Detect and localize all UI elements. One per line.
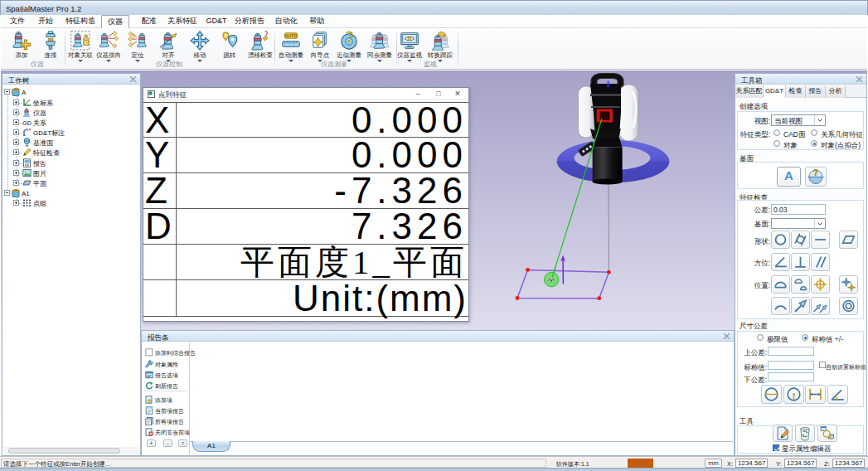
- menu-item-1[interactable]: 文件: [5, 15, 30, 27]
- close-icon[interactable]: [723, 333, 730, 340]
- perpendicularity-button[interactable]: [791, 253, 810, 271]
- radio-object-point-fit-label[interactable]: 对象(点拟合): [821, 141, 861, 151]
- report-bar-header[interactable]: 报告条: [142, 331, 734, 342]
- surface-profile-button[interactable]: [771, 275, 790, 294]
- tree-expander-plus[interactable]: [13, 160, 19, 166]
- close-button[interactable]: ✕: [449, 88, 467, 100]
- radio-limit-value-label[interactable]: 极限值: [767, 335, 788, 345]
- toolbox-header[interactable]: 工具箱: [735, 74, 866, 85]
- ribbon-button-sync-measure[interactable]: 同步测量: [364, 29, 395, 66]
- radio-relation-feature[interactable]: [811, 129, 817, 136]
- radio-relation-feature-label[interactable]: 关系几何特征: [821, 130, 863, 140]
- concentricity-button[interactable]: [839, 297, 858, 315]
- ribbon-button-drift-check[interactable]: 漂移检查: [245, 29, 276, 66]
- menu-item-7[interactable]: GD&T: [204, 15, 229, 27]
- edit-properties-button[interactable]: [773, 425, 793, 442]
- tree-expander-minus[interactable]: [4, 89, 10, 95]
- menu-item-4[interactable]: 仪器: [101, 15, 129, 28]
- delete-button[interactable]: [795, 425, 815, 442]
- report-mini-button-1[interactable]: +: [147, 439, 156, 447]
- chevron-down-icon[interactable]: [814, 219, 825, 228]
- dim-angle-button[interactable]: [827, 385, 848, 404]
- total-runout-button[interactable]: [811, 297, 830, 315]
- datum-select[interactable]: [771, 218, 826, 229]
- ribbon-button-object-link[interactable]: 对象关联: [65, 29, 96, 66]
- cylindricity-button[interactable]: [791, 231, 810, 249]
- radio-object-label[interactable]: 对象: [783, 141, 798, 151]
- position-button[interactable]: [811, 275, 830, 294]
- z-field[interactable]: 1234.567: [832, 459, 865, 468]
- dim-radius-button[interactable]: [783, 385, 804, 404]
- ribbon-button-jump[interactable]: 跳转: [214, 29, 245, 66]
- auto-nominal-label[interactable]: 自动设置标称值: [826, 363, 866, 371]
- tree-expander-plus[interactable]: [13, 149, 19, 155]
- report-tab-a1[interactable]: A1: [192, 441, 230, 452]
- tree-node-picture-8[interactable]: 图片: [2, 168, 140, 178]
- datum-a-button[interactable]: A: [777, 167, 801, 187]
- radio-object[interactable]: [773, 140, 780, 147]
- tree-expander-plus[interactable]: [13, 170, 19, 176]
- upper-tol-input[interactable]: [768, 347, 814, 356]
- menu-item-2[interactable]: 开始: [33, 15, 58, 27]
- close-icon[interactable]: [129, 75, 137, 83]
- tree-node-instrument-2[interactable]: 仪器: [2, 108, 140, 118]
- lower-tol-input[interactable]: [768, 372, 814, 381]
- radio-cad-face-label[interactable]: CAD面: [783, 130, 805, 140]
- menu-item-5[interactable]: 配准: [137, 15, 162, 27]
- circular-runout-button[interactable]: [791, 297, 810, 315]
- x-field[interactable]: 1234.567: [735, 459, 768, 468]
- symmetry-button[interactable]: [839, 275, 858, 294]
- dro-title-bar[interactable]: 点到特征 – □ ✕: [143, 88, 468, 100]
- toolbox-tab-4[interactable]: 报告: [806, 85, 826, 98]
- report-mini-button-3[interactable]: =: [178, 439, 187, 447]
- view-select[interactable]: 当前视图: [771, 114, 826, 126]
- tree-expander-plus[interactable]: [13, 180, 19, 186]
- tree-expander-minus[interactable]: [4, 190, 10, 196]
- y-field[interactable]: 1234.567: [784, 459, 817, 468]
- tree-node-axes-1[interactable]: 坐标系: [2, 98, 140, 108]
- toolbox-tab-5[interactable]: 分析: [826, 85, 846, 98]
- tree-expander-plus[interactable]: [13, 200, 19, 206]
- tree-node-relation-3[interactable]: GD关系: [2, 118, 140, 128]
- ribbon-button-instrument-orientation[interactable]: 仪器摆向: [93, 29, 124, 66]
- unit-button[interactable]: mm: [705, 459, 722, 468]
- maximize-button[interactable]: □: [429, 88, 448, 100]
- tree-expander-plus[interactable]: [13, 119, 19, 125]
- datum-unknown-button[interactable]: ?: [805, 167, 827, 187]
- radio-cad-face[interactable]: [773, 129, 780, 136]
- worktree-header[interactable]: 工作树: [2, 74, 140, 85]
- dim-distance-button[interactable]: [805, 385, 826, 404]
- show-property-editor-label[interactable]: 显示属性编辑器: [782, 444, 832, 454]
- straightness-button[interactable]: [811, 231, 830, 249]
- menu-item-3[interactable]: 特征构造: [61, 15, 99, 27]
- radio-nominal-value-label[interactable]: 标称值 +/-: [812, 335, 843, 345]
- ribbon-button-auto-measure[interactable]: AUTO 自动测量: [275, 29, 307, 66]
- close-icon[interactable]: [856, 75, 863, 83]
- menu-item-10[interactable]: 帮助: [304, 15, 329, 27]
- tree-node-datum-5[interactable]: 基准面: [2, 138, 140, 148]
- line-profile-button[interactable]: [791, 275, 810, 294]
- radio-limit-value[interactable]: [757, 334, 764, 341]
- tree-node-gdt-4[interactable]: GD&T标注: [2, 128, 140, 138]
- dro-window[interactable]: 点到特征 – □ ✕ X0.000Y0.000Z-7.326D7.326平面度1…: [143, 87, 469, 322]
- tree-node-project-10[interactable]: A1: [2, 188, 140, 198]
- toolbox-tab-3[interactable]: 检查: [786, 85, 806, 98]
- tree-node-plane-9[interactable]: 平面: [2, 178, 140, 188]
- menu-item-9[interactable]: 自动化: [270, 15, 302, 27]
- worktree-hscrollbar[interactable]: [3, 447, 139, 454]
- tree-expander-plus[interactable]: [13, 139, 19, 145]
- radio-object-point-fit[interactable]: [811, 140, 817, 147]
- chevron-down-icon[interactable]: [814, 115, 825, 125]
- tree-expander-plus[interactable]: [13, 129, 19, 135]
- report-mini-button-2[interactable]: -: [163, 439, 172, 447]
- angularity-button[interactable]: [771, 253, 790, 271]
- tree-node-project-0[interactable]: A: [2, 87, 140, 97]
- tolerance-input[interactable]: 0.03: [771, 204, 826, 215]
- tree-node-featurecheck-6[interactable]: 特征检查: [2, 148, 140, 158]
- toolbox-tab-2[interactable]: GD&T: [764, 85, 786, 98]
- auto-nominal-checkbox[interactable]: [819, 362, 826, 368]
- arc-profile-button[interactable]: [771, 297, 790, 315]
- flatness-button[interactable]: [839, 231, 858, 249]
- find-properties-button[interactable]: [817, 425, 837, 442]
- dim-diameter-button[interactable]: [761, 385, 782, 404]
